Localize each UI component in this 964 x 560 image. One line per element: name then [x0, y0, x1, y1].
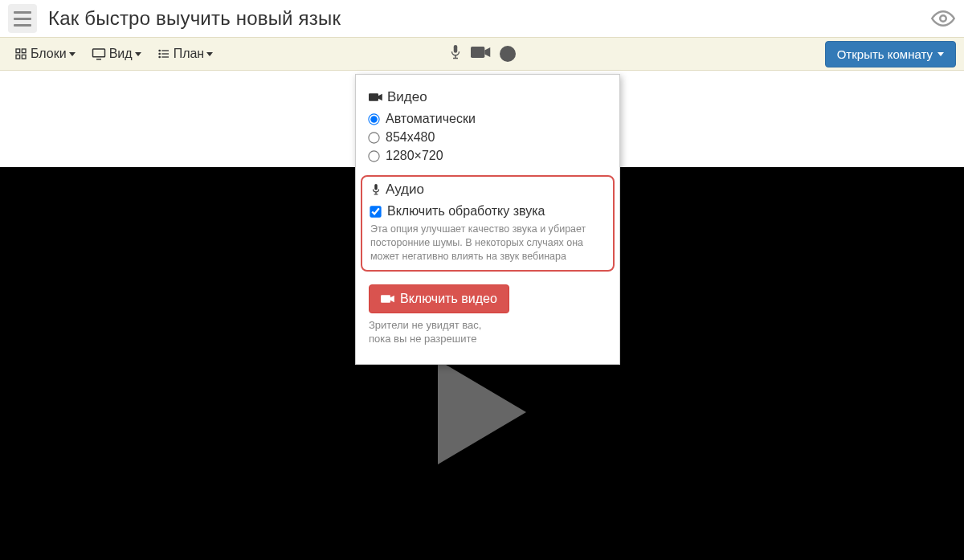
footer-line1: Зрители не увидят вас, [369, 319, 481, 331]
radio-854-input[interactable] [368, 132, 379, 143]
footer-line2: пока вы не разрешите [369, 333, 476, 345]
caret-down-icon [206, 52, 213, 56]
camera-icon [369, 92, 383, 103]
radio-1280-input[interactable] [368, 150, 379, 161]
radio-1280x720[interactable]: 1280×720 [369, 149, 607, 163]
microphone-icon [370, 182, 382, 197]
toolbar-left-group: Блоки Вид План [8, 43, 219, 65]
radio-auto-input[interactable] [368, 113, 379, 125]
blocks-dropdown[interactable]: Блоки [8, 43, 82, 65]
svg-point-10 [159, 50, 160, 51]
svg-rect-4 [22, 55, 26, 59]
play-button[interactable] [438, 360, 526, 464]
blocks-label: Блоки [31, 47, 67, 61]
svg-rect-3 [16, 55, 20, 59]
svg-rect-18 [374, 184, 378, 190]
video-section: Видео Автоматически 854x480 1280×720 [356, 84, 619, 172]
view-dropdown[interactable]: Вид [85, 43, 148, 65]
open-room-button[interactable]: Открыть комнату [825, 41, 956, 67]
radio-auto-label: Автоматически [386, 112, 476, 126]
caret-down-icon [135, 52, 141, 56]
radio-1280-label: 1280×720 [386, 149, 443, 163]
enable-processing-input[interactable] [370, 206, 381, 217]
audio-section-label: Аудио [386, 182, 424, 198]
hamburger-menu-button[interactable] [8, 4, 37, 33]
svg-rect-13 [454, 45, 458, 53]
enable-audio-processing-checkbox[interactable]: Включить обработку звука [370, 204, 605, 219]
radio-854x480[interactable]: 854x480 [369, 130, 607, 145]
plan-label: План [174, 47, 205, 61]
page-title: Как быстро выучить новый язык [48, 7, 930, 30]
svg-rect-1 [16, 49, 20, 53]
microphone-icon[interactable] [448, 43, 463, 65]
media-settings-popup: Видео Автоматически 854x480 1280×720 Ауд… [355, 74, 620, 365]
audio-section-header: Аудио [370, 182, 605, 198]
list-icon [157, 47, 170, 60]
processing-description: Эта опция улучшает качество звука и убир… [370, 223, 605, 264]
header-bar: Как быстро выучить новый язык [0, 0, 964, 37]
toolbar: Блоки Вид План Открыть комнату [0, 37, 964, 71]
enable-video-label: Включить видео [400, 292, 497, 306]
svg-rect-2 [22, 49, 26, 53]
video-section-label: Видео [387, 89, 427, 105]
radio-auto[interactable]: Автоматически [369, 112, 607, 126]
enable-processing-label: Включить обработку звука [387, 204, 545, 219]
radio-854-label: 854x480 [386, 130, 435, 145]
svg-point-11 [159, 53, 160, 54]
plan-dropdown[interactable]: План [151, 43, 220, 65]
enable-video-button[interactable]: Включить видео [369, 284, 509, 313]
svg-point-12 [159, 56, 160, 57]
audio-highlighted-section: Аудио Включить обработку звука Эта опция… [361, 175, 615, 272]
camera-icon [381, 293, 395, 305]
svg-point-0 [940, 15, 946, 22]
camera-icon[interactable] [471, 45, 492, 63]
svg-rect-5 [92, 49, 104, 57]
center-media-icons [448, 43, 516, 65]
open-room-label: Открыть комнату [837, 47, 933, 61]
video-section-header: Видео [369, 89, 607, 105]
view-label: Вид [109, 47, 133, 61]
record-icon[interactable] [500, 46, 516, 62]
svg-rect-16 [471, 47, 484, 58]
enable-video-section: Включить видео Зрители не увидят вас, по… [356, 280, 619, 351]
grid-icon [14, 47, 27, 60]
viewers-note: Зрители не увидят вас, пока вы не разреш… [369, 318, 607, 346]
caret-down-icon [69, 52, 76, 56]
caret-down-icon [937, 52, 944, 56]
svg-rect-21 [381, 295, 390, 303]
svg-rect-17 [369, 93, 378, 101]
monitor-icon [92, 47, 106, 60]
preview-eye-icon[interactable] [930, 6, 956, 31]
